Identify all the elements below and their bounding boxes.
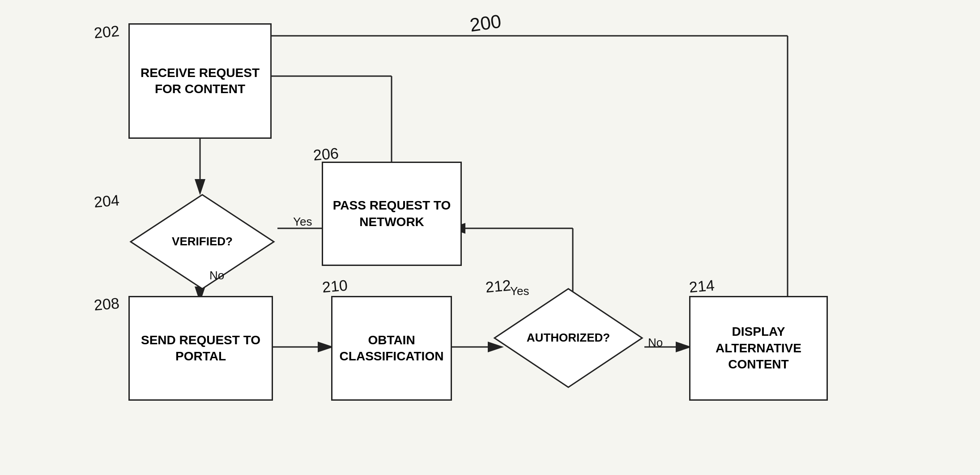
- obtain-classification-node: OBTAIN CLASSIFICATION: [331, 296, 452, 401]
- label-208: 208: [93, 295, 120, 314]
- label-204: 204: [93, 192, 120, 211]
- authorized-node: AUTHORIZED?: [492, 287, 644, 389]
- verified-node: VERIFIED?: [128, 193, 276, 291]
- label-214: 214: [688, 277, 715, 296]
- receive-request-node: RECEIVE REQUEST FOR CONTENT: [128, 23, 272, 139]
- flowchart-diagram: RECEIVE REQUEST FOR CONTENT VERIFIED? PA…: [0, 0, 980, 475]
- label-202: 202: [93, 22, 120, 42]
- label-210: 210: [321, 277, 348, 296]
- label-200: 200: [469, 10, 503, 36]
- send-request-node: SEND REQUEST TO PORTAL: [128, 296, 273, 401]
- label-206: 206: [312, 145, 339, 164]
- no-verified-label: No: [209, 269, 224, 282]
- pass-request-node: PASS REQUEST TO NETWORK: [322, 162, 462, 266]
- display-alternative-node: DISPLAY ALTERNATIVE CONTENT: [689, 296, 828, 401]
- yes-verified-label: Yes: [293, 215, 312, 229]
- label-212: 212: [485, 277, 511, 296]
- no-authorized-label: No: [648, 336, 663, 350]
- yes-authorized-label: Yes: [510, 284, 529, 298]
